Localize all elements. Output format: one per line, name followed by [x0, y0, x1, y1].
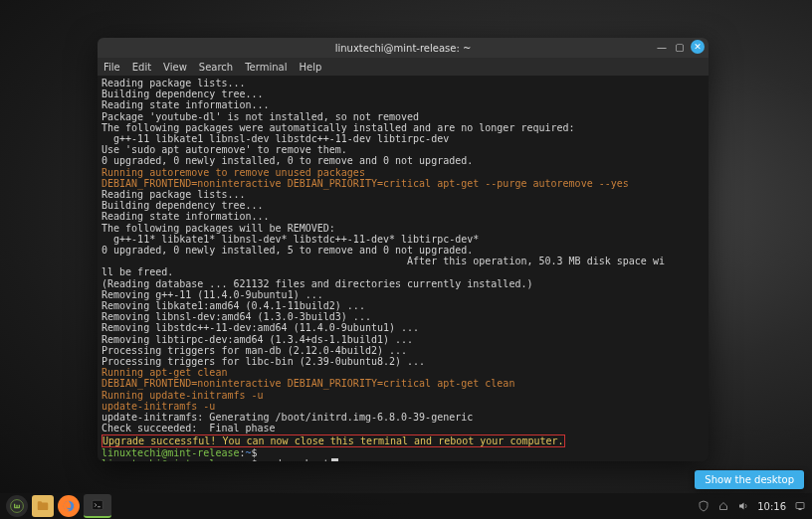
- firefox-button[interactable]: [58, 495, 80, 517]
- taskbar-left: [6, 494, 111, 518]
- shield-icon[interactable]: [698, 500, 710, 512]
- terminal-icon: [91, 498, 104, 512]
- menu-help[interactable]: Help: [299, 62, 321, 73]
- svg-rect-3: [796, 503, 804, 509]
- volume-icon[interactable]: [737, 500, 749, 512]
- window-titlebar[interactable]: linuxtechi@mint-release: ~ — ▢ ✕: [98, 38, 709, 58]
- menu-edit[interactable]: Edit: [132, 62, 151, 73]
- taskbar-right: 10:16: [698, 500, 806, 512]
- folder-icon: [36, 499, 50, 513]
- window-controls: — ▢ ✕: [655, 40, 705, 54]
- menubar: File Edit View Search Terminal Help: [98, 58, 709, 76]
- desktop: linuxtechi@mint-release: ~ — ▢ ✕ File Ed…: [0, 0, 812, 519]
- menu-search[interactable]: Search: [199, 62, 233, 73]
- svg-rect-4: [799, 509, 802, 511]
- show-desktop-tooltip: Show the desktop: [695, 470, 804, 489]
- window-title: linuxtechi@mint-release: ~: [335, 43, 472, 54]
- terminal-body[interactable]: Reading package lists... Building depend…: [98, 76, 709, 461]
- menu-view[interactable]: View: [163, 62, 187, 73]
- clock[interactable]: 10:16: [757, 501, 786, 512]
- svg-rect-2: [93, 500, 103, 509]
- network-icon[interactable]: [717, 500, 729, 512]
- taskbar-terminal-button[interactable]: [84, 494, 111, 518]
- menu-terminal[interactable]: Terminal: [245, 62, 287, 73]
- show-desktop-button[interactable]: [794, 500, 806, 512]
- taskbar: 10:16: [0, 493, 812, 519]
- menu-file[interactable]: File: [103, 62, 120, 73]
- terminal-window: linuxtechi@mint-release: ~ — ▢ ✕ File Ed…: [98, 38, 709, 461]
- firefox-icon: [62, 499, 76, 513]
- files-button[interactable]: [32, 495, 54, 517]
- close-button[interactable]: ✕: [691, 40, 705, 54]
- minimize-button[interactable]: —: [655, 40, 669, 54]
- start-menu-button[interactable]: [6, 495, 28, 517]
- mint-logo-icon: [10, 499, 24, 513]
- maximize-button[interactable]: ▢: [673, 40, 687, 54]
